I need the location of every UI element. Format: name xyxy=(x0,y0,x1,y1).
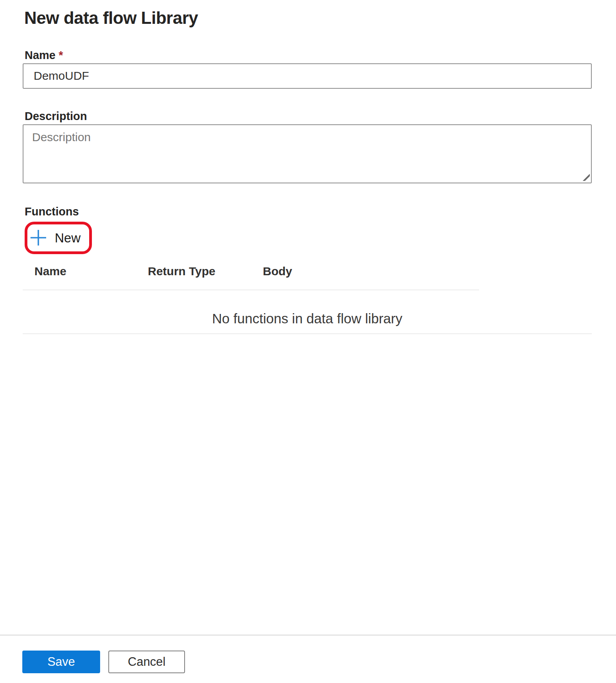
required-asterisk: * xyxy=(59,49,63,61)
column-header-return-type: Return Type xyxy=(148,264,263,279)
name-field-label: Name* xyxy=(25,47,592,63)
name-input[interactable] xyxy=(23,63,592,89)
description-textarea[interactable] xyxy=(23,124,592,183)
page-title: New data flow Library xyxy=(24,8,592,29)
column-header-name: Name xyxy=(34,264,148,279)
name-label-text: Name xyxy=(25,49,56,61)
new-button-label: New xyxy=(55,231,81,244)
plus-icon xyxy=(30,229,47,246)
save-button[interactable]: Save xyxy=(22,651,100,673)
column-header-body: Body xyxy=(263,264,479,279)
functions-table-header: Name Return Type Body xyxy=(23,260,479,290)
footer-action-bar: Save Cancel xyxy=(0,635,616,673)
empty-state-message: No functions in data flow library xyxy=(212,311,402,326)
functions-table-empty-row: No functions in data flow library xyxy=(23,290,592,334)
functions-section-label: Functions xyxy=(25,204,592,219)
cancel-button[interactable]: Cancel xyxy=(108,651,185,673)
new-data-flow-library-panel: New data flow Library Name* Description … xyxy=(0,0,616,334)
description-field-label: Description xyxy=(25,108,592,124)
functions-table: Name Return Type Body No functions in da… xyxy=(23,260,592,334)
new-function-button-highlighted[interactable]: New xyxy=(25,222,92,254)
description-textarea-wrap xyxy=(23,124,592,183)
